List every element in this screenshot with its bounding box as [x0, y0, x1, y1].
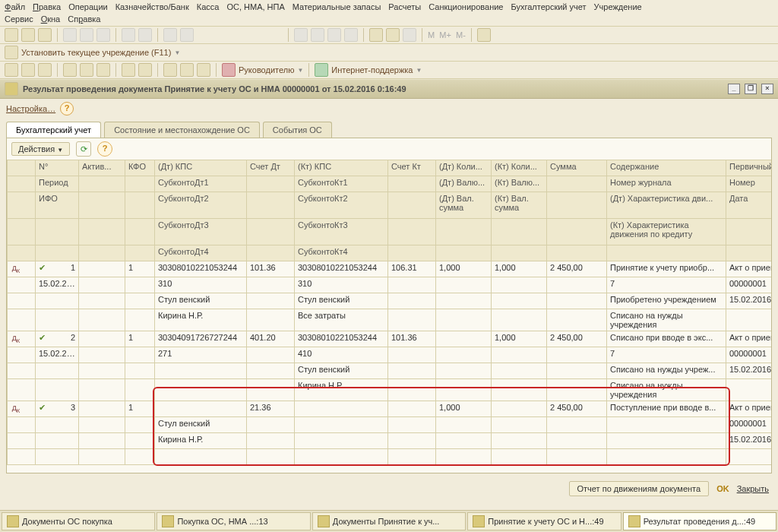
- menu-item-9[interactable]: Бухгалтерский учет: [511, 2, 586, 11]
- q6-icon[interactable]: [96, 63, 110, 77]
- taskbar-button[interactable]: Покупка ОС, НМА ...:13: [157, 512, 310, 530]
- col-header[interactable]: [388, 219, 436, 245]
- col-header[interactable]: (Кт) КПС: [295, 160, 388, 176]
- q4-icon[interactable]: [63, 63, 77, 77]
- col-header[interactable]: [125, 176, 155, 192]
- col-header[interactable]: [436, 245, 492, 261]
- help-icon[interactable]: ?: [60, 102, 74, 116]
- tab-events[interactable]: События ОС: [263, 122, 332, 138]
- report-button[interactable]: Отчет по движениям документа: [569, 481, 710, 496]
- table-row[interactable]: Стул венскийСтул венскийПриобретено учре…: [8, 293, 772, 309]
- q8-icon[interactable]: [138, 63, 152, 77]
- cut-icon[interactable]: [63, 28, 77, 42]
- main-menu[interactable]: ФайлПравкаОперацииКазначейство/БанкКасса…: [0, 0, 778, 27]
- col-header[interactable]: Сумма: [547, 160, 607, 176]
- col-header[interactable]: (Дт) Валю...: [436, 176, 492, 192]
- col-header[interactable]: (Дт) Коли...: [436, 160, 492, 176]
- nav-back-icon[interactable]: [294, 28, 308, 42]
- calendar-icon[interactable]: [386, 28, 400, 42]
- support-link[interactable]: Интернет-поддержка▼: [315, 63, 422, 77]
- col-header[interactable]: Актив...: [79, 160, 125, 176]
- zoom-icon[interactable]: [403, 28, 416, 42]
- menu-item-1[interactable]: Правка: [33, 2, 61, 11]
- paste-icon[interactable]: [96, 28, 110, 42]
- col-header[interactable]: Счет Кт: [388, 160, 436, 176]
- col-header[interactable]: [388, 192, 436, 219]
- taskbar-button[interactable]: Документы Принятие к уч...: [312, 512, 466, 530]
- data-grid[interactable]: N°Актив...КФО(Дт) КПССчет Дт(Кт) КПССчет…: [7, 160, 771, 473]
- redo-icon[interactable]: [138, 28, 152, 42]
- col-header[interactable]: [247, 219, 295, 245]
- q11-icon[interactable]: [197, 63, 210, 77]
- set-org-link[interactable]: Установить текущее учреждение (F11)▼: [21, 48, 180, 57]
- org-icon[interactable]: [5, 46, 18, 59]
- menu-item-3[interactable]: Казначейство/Банк: [115, 2, 189, 11]
- col-header[interactable]: [607, 245, 726, 261]
- refresh-button[interactable]: ⟳: [76, 141, 91, 157]
- col-header[interactable]: СубконтоДт4: [155, 245, 247, 261]
- restore-button[interactable]: ❐: [745, 84, 757, 94]
- col-header[interactable]: (Кт) Характеристика движения по кредиту: [607, 219, 726, 245]
- q7-icon[interactable]: [122, 63, 135, 77]
- col-header[interactable]: [547, 245, 607, 261]
- col-header[interactable]: Первичный документ: [726, 160, 772, 176]
- save-icon[interactable]: [38, 28, 52, 42]
- menu-item-11[interactable]: Сервис: [5, 14, 33, 24]
- find-icon[interactable]: [180, 28, 194, 42]
- col-header[interactable]: [247, 176, 295, 192]
- table-row[interactable]: ДК1 ✔13030801022105324­4101.363030801022…: [8, 261, 772, 277]
- col-header[interactable]: [125, 245, 155, 261]
- actions-button[interactable]: Действия ▼: [11, 142, 70, 156]
- ok-button[interactable]: OK: [716, 484, 729, 493]
- col-header[interactable]: [125, 192, 155, 219]
- table-row[interactable]: 15.02.2016 0:16...271410700000001: [8, 347, 772, 363]
- calc-icon[interactable]: [369, 28, 383, 42]
- col-header[interactable]: СубконтоКт1: [295, 176, 388, 192]
- col-header[interactable]: [547, 176, 607, 192]
- col-header[interactable]: СубконтоКт2: [295, 192, 388, 219]
- stop-icon[interactable]: [327, 28, 341, 42]
- copy-icon[interactable]: [80, 28, 93, 42]
- col-header[interactable]: [8, 176, 36, 192]
- col-header[interactable]: Номер журнала: [607, 176, 726, 192]
- undo-icon[interactable]: [122, 28, 135, 42]
- q10-icon[interactable]: [180, 63, 194, 77]
- print-icon[interactable]: [163, 28, 177, 42]
- col-header[interactable]: СубконтоДт3: [155, 219, 247, 245]
- table-row[interactable]: Кирина Н.Р.Все затратыСписано на нужды у…: [8, 309, 772, 331]
- menu-item-2[interactable]: Операции: [68, 2, 107, 11]
- col-header[interactable]: ИФО: [36, 192, 79, 219]
- new-icon[interactable]: [5, 28, 18, 42]
- col-header[interactable]: [247, 245, 295, 261]
- menu-item-0[interactable]: Файл: [5, 2, 25, 11]
- manager-link[interactable]: Руководителю▼: [222, 63, 303, 77]
- table-row[interactable]: Кирина Н.Р.15.02.2016: [8, 433, 772, 449]
- col-header[interactable]: СубконтоКт3: [295, 219, 388, 245]
- q5-icon[interactable]: [80, 63, 93, 77]
- col-header[interactable]: [79, 219, 125, 245]
- col-header[interactable]: [125, 219, 155, 245]
- settings-link[interactable]: Настройка…: [6, 104, 55, 113]
- col-header[interactable]: Дата: [726, 192, 772, 219]
- table-row[interactable]: Стул венский00000001: [8, 417, 772, 433]
- col-header[interactable]: [36, 219, 79, 245]
- nav-fwd-icon[interactable]: [311, 28, 324, 42]
- col-header[interactable]: СубконтоДт1: [155, 176, 247, 192]
- grid-help-icon[interactable]: ?: [97, 141, 112, 157]
- col-header[interactable]: [36, 245, 79, 261]
- taskbar-button[interactable]: Документы ОС покупка: [2, 512, 155, 530]
- col-header[interactable]: [8, 160, 36, 176]
- col-header[interactable]: [726, 245, 772, 261]
- taskbar-button[interactable]: Результат проведения д...:49: [623, 512, 776, 530]
- menu-item-8[interactable]: Санкционирование: [429, 2, 503, 11]
- col-header[interactable]: [79, 245, 125, 261]
- col-header[interactable]: [492, 245, 547, 261]
- menu-item-10[interactable]: Учреждение: [594, 2, 642, 11]
- col-header[interactable]: [8, 219, 36, 245]
- table-row[interactable]: Стул венскийСписано на нужды учреж...15.…: [8, 363, 772, 379]
- col-header[interactable]: СубконтоДт2: [155, 192, 247, 219]
- wrench-icon[interactable]: [477, 28, 491, 42]
- col-header[interactable]: [547, 219, 607, 245]
- col-header[interactable]: [79, 176, 125, 192]
- col-header[interactable]: [388, 245, 436, 261]
